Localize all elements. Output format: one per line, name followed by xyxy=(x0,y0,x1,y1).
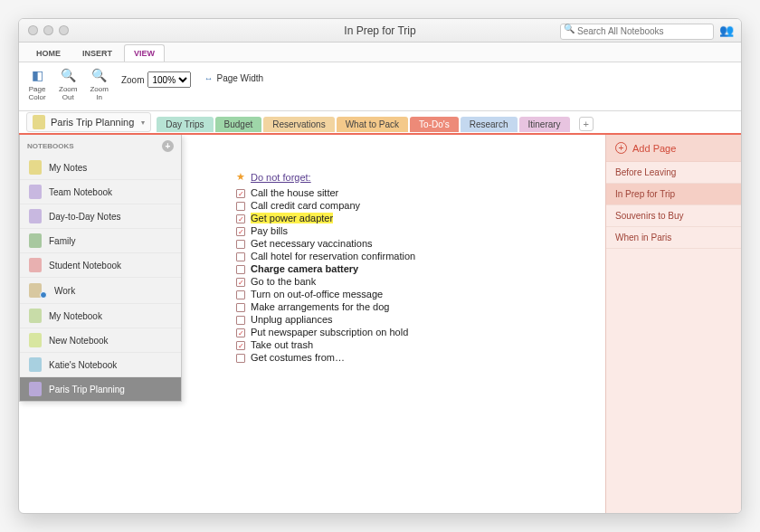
section-tab[interactable]: What to Pack xyxy=(337,117,408,132)
checkbox-icon[interactable]: ✓ xyxy=(236,214,245,223)
todo-item[interactable]: Get costumes from… xyxy=(236,351,587,364)
menu-tab-home[interactable]: HOME xyxy=(26,44,71,62)
search-input[interactable] xyxy=(560,24,714,40)
add-section-button[interactable]: + xyxy=(579,117,594,131)
notebook-item[interactable]: My Notes xyxy=(20,156,181,180)
note-heading-row: ★ Do not forget: xyxy=(236,171,587,183)
notebook-label: My Notes xyxy=(49,163,87,173)
todo-item[interactable]: ✓Put newspaper subscription on hold xyxy=(236,326,587,338)
notebook-icon xyxy=(29,209,42,223)
notebook-item[interactable]: Family xyxy=(20,229,181,253)
checkbox-icon[interactable]: ✓ xyxy=(236,278,245,287)
notebook-item[interactable]: New Notebook xyxy=(20,328,181,353)
checkbox-icon[interactable]: ✓ xyxy=(236,227,245,236)
todo-item[interactable]: ✓Pay bills xyxy=(236,224,587,237)
checkbox-icon[interactable] xyxy=(236,303,245,312)
page-item[interactable]: Before Leaving xyxy=(606,162,741,184)
zoom-in-button[interactable]: 🔍 Zoom In xyxy=(90,66,108,102)
notebooks-panel: NOTEBOOKS + My NotesTeam NotebookDay-to-… xyxy=(19,135,182,402)
notebook-label: New Notebook xyxy=(49,336,109,346)
add-notebook-button[interactable]: + xyxy=(162,140,174,152)
todo-item[interactable]: Unplug appliances xyxy=(236,313,587,326)
todo-item[interactable]: ✓Call the house sitter xyxy=(236,186,587,199)
todo-item[interactable]: Call hotel for reservation confirmation xyxy=(236,250,587,262)
page-width-icon: ↔ xyxy=(204,73,213,83)
notebooks-header: NOTEBOOKS + xyxy=(20,135,181,156)
section-bar: Paris Trip Planning ▾ Day TripsBudgetRes… xyxy=(19,111,741,135)
notebook-label: Paris Trip Planning xyxy=(49,385,125,394)
todo-text: Get costumes from… xyxy=(251,352,345,363)
todo-text: Charge camera battery xyxy=(251,263,358,274)
menu-tab-view[interactable]: VIEW xyxy=(124,44,165,62)
share-users-icon[interactable]: 👥 xyxy=(719,24,734,37)
todo-text: Call hotel for reservation confirmation xyxy=(251,251,415,261)
search-container: 🔍 xyxy=(560,22,714,40)
notebook-icon xyxy=(29,309,42,323)
body: NOTEBOOKS + My NotesTeam NotebookDay-to-… xyxy=(19,135,741,513)
zoom-out-button[interactable]: 🔍 Zoom Out xyxy=(59,66,77,102)
checkbox-icon[interactable] xyxy=(236,265,245,274)
zoom-control: Zoom 100% xyxy=(121,71,192,88)
todo-text: Call credit card company xyxy=(251,200,360,211)
checkbox-icon[interactable]: ✓ xyxy=(236,328,245,337)
todo-item[interactable]: Charge camera battery xyxy=(236,262,587,275)
page-item[interactable]: When in Paris xyxy=(606,227,741,249)
page-item[interactable]: Souvenirs to Buy xyxy=(606,205,741,227)
notebook-item[interactable]: Katie's Notebook xyxy=(20,353,181,377)
todo-item[interactable]: Call credit card company xyxy=(236,199,587,212)
checkbox-icon[interactable]: ✓ xyxy=(236,341,245,350)
notebook-item[interactable]: Day-to-Day Notes xyxy=(20,204,181,229)
checkbox-icon[interactable]: ✓ xyxy=(236,189,245,198)
checkbox-icon[interactable] xyxy=(236,354,245,363)
notebook-item[interactable]: Paris Trip Planning xyxy=(20,377,181,401)
notebook-label: Family xyxy=(49,236,75,246)
todo-item[interactable]: ✓Get power adapter xyxy=(236,212,587,224)
notebook-label: Student Notebook xyxy=(49,261,121,271)
star-icon: ★ xyxy=(236,171,245,183)
notebook-icon xyxy=(29,233,42,248)
page-width-button[interactable]: ↔ Page Width xyxy=(204,73,263,83)
notebook-icon xyxy=(29,333,42,347)
notebook-selector[interactable]: Paris Trip Planning ▾ xyxy=(26,112,151,132)
checkbox-icon[interactable] xyxy=(236,290,245,299)
section-tab[interactable]: To-Do's xyxy=(410,117,459,132)
section-tab[interactable]: Reservations xyxy=(263,117,334,132)
section-tab[interactable]: Itinerary xyxy=(519,117,570,132)
notebook-label: Day-to-Day Notes xyxy=(49,212,120,222)
todo-text: Take out trash xyxy=(251,339,313,350)
notebook-icon xyxy=(29,160,42,175)
todo-text: Go to the bank xyxy=(251,276,316,287)
notebook-icon xyxy=(33,115,45,129)
notebook-item[interactable]: Student Notebook xyxy=(20,253,181,278)
menu-tab-insert[interactable]: INSERT xyxy=(72,44,122,62)
app-window: In Prep for Trip 🔍 👥 HOMEINSERTVIEW ◧ Pa… xyxy=(18,18,742,514)
notebook-item[interactable]: Team Notebook xyxy=(20,180,181,204)
section-tab[interactable]: Day Trips xyxy=(157,117,213,132)
todo-text: Turn on out-of-office message xyxy=(251,289,383,299)
zoom-select[interactable]: 100% xyxy=(147,71,191,88)
todo-text: Get necessary vaccinations xyxy=(251,238,373,249)
add-page-button[interactable]: + Add Page xyxy=(606,135,741,162)
section-tab[interactable]: Budget xyxy=(215,117,262,132)
search-icon: 🔍 xyxy=(564,24,575,33)
checkbox-icon[interactable] xyxy=(236,240,245,249)
titlebar: In Prep for Trip 🔍 👥 xyxy=(19,19,741,43)
todo-text: Pay bills xyxy=(251,225,288,236)
page-color-button[interactable]: ◧ Page Color xyxy=(28,66,46,102)
section-tab[interactable]: Research xyxy=(461,117,518,132)
todo-item[interactable]: Get necessary vaccinations xyxy=(236,237,587,250)
notebook-item[interactable]: Work xyxy=(20,278,181,304)
chevron-down-icon: ▾ xyxy=(141,119,145,127)
todo-item[interactable]: Make arrangements for the dog xyxy=(236,300,587,313)
menu-tabs: HOMEINSERTVIEW xyxy=(19,43,741,62)
checkbox-icon[interactable] xyxy=(236,202,245,211)
checkbox-icon[interactable] xyxy=(236,252,245,261)
todo-item[interactable]: Turn on out-of-office message xyxy=(236,288,587,300)
note-heading: Do not forget: xyxy=(251,172,311,183)
checkbox-icon[interactable] xyxy=(236,316,245,325)
todo-item[interactable]: ✓Go to the bank xyxy=(236,275,587,288)
notebook-item[interactable]: My Notebook xyxy=(20,304,181,328)
page-item[interactable]: In Prep for Trip xyxy=(606,184,741,205)
pages-panel: + Add Page Before LeavingIn Prep for Tri… xyxy=(605,135,741,513)
todo-item[interactable]: ✓Take out trash xyxy=(236,338,587,351)
